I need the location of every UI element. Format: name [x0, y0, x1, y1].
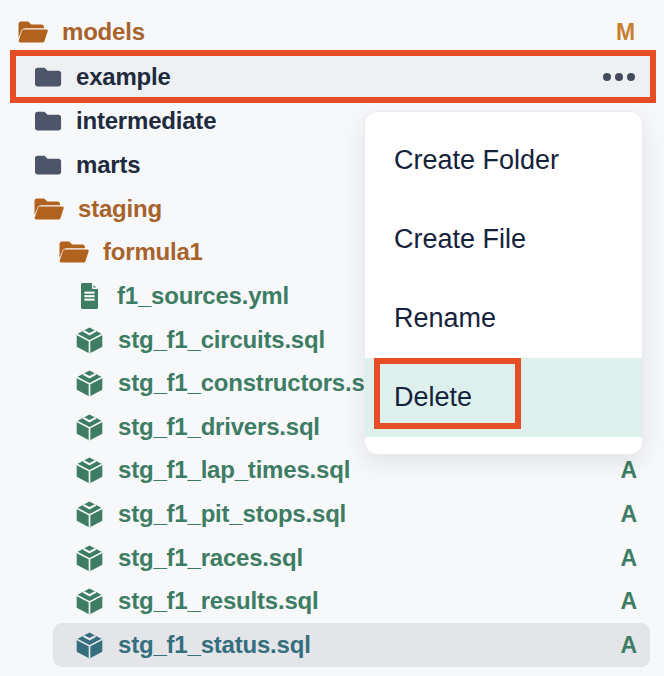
model-cube-icon	[75, 500, 104, 529]
modified-badge: M	[616, 19, 635, 46]
added-badge: A	[621, 632, 637, 659]
model-cube-icon	[75, 413, 104, 442]
model-cube-icon	[75, 587, 104, 616]
tree-item-label: stg_f1_lap_times.sql	[118, 456, 350, 484]
menu-item-create-file[interactable]: Create File	[365, 200, 642, 279]
context-menu: Create Folder Create File Rename Delete	[364, 111, 643, 455]
tree-item-label: staging	[78, 195, 162, 223]
tree-item-label: stg_f1_races.sql	[118, 544, 303, 572]
folder-closed-icon	[33, 153, 63, 177]
tree-item-label: stg_f1_constructors.sql	[118, 369, 385, 397]
tree-row-stg-f1-pit-stops[interactable]: stg_f1_pit_stops.sql A	[0, 492, 664, 536]
file-tree-panel: models M example intermediate marts	[0, 0, 664, 676]
menu-item-delete[interactable]: Delete	[365, 358, 642, 437]
yml-file-icon	[75, 282, 104, 310]
tree-item-label: models	[62, 18, 145, 46]
tree-row-models[interactable]: models M	[0, 10, 664, 54]
folder-closed-icon	[33, 65, 63, 89]
added-badge: A	[621, 588, 637, 615]
model-cube-icon	[75, 326, 104, 355]
tree-item-label: marts	[76, 151, 140, 179]
tree-row-stg-f1-results[interactable]: stg_f1_results.sql A	[0, 579, 664, 623]
folder-open-icon	[33, 196, 65, 222]
tree-item-label: formula1	[103, 238, 203, 266]
tree-row-stg-f1-races[interactable]: stg_f1_races.sql A	[0, 536, 664, 580]
tree-item-label: stg_f1_status.sql	[118, 631, 311, 659]
folder-open-icon	[17, 19, 49, 45]
tree-row-stg-f1-status[interactable]: stg_f1_status.sql A	[53, 623, 650, 667]
tree-item-label: stg_f1_pit_stops.sql	[118, 500, 346, 528]
model-cube-icon	[75, 369, 104, 398]
menu-item-rename[interactable]: Rename	[365, 279, 642, 358]
folder-open-icon	[58, 239, 90, 265]
menu-item-create-folder[interactable]: Create Folder	[365, 121, 642, 200]
model-cube-icon	[75, 631, 104, 660]
ellipsis-icon[interactable]	[603, 73, 635, 81]
tree-item-label: f1_sources.yml	[117, 282, 289, 310]
tree-row-example[interactable]: example	[10, 50, 656, 103]
tree-item-label: stg_f1_drivers.sql	[118, 413, 320, 441]
tree-item-label: stg_f1_circuits.sql	[118, 326, 325, 354]
added-badge: A	[621, 545, 637, 572]
tree-item-label: stg_f1_results.sql	[118, 587, 318, 615]
folder-closed-icon	[33, 109, 63, 133]
model-cube-icon	[75, 544, 104, 573]
tree-item-label: intermediate	[76, 107, 216, 135]
added-badge: A	[621, 457, 637, 484]
added-badge: A	[621, 501, 637, 528]
tree-item-label: example	[76, 63, 171, 91]
model-cube-icon	[75, 456, 104, 485]
